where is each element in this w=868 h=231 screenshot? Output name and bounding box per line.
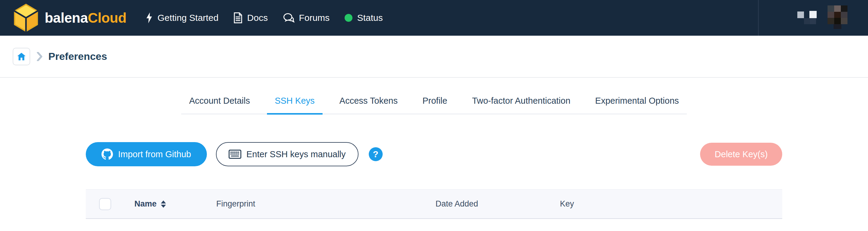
nav-link-label: Forums xyxy=(299,13,330,23)
column-header-name[interactable]: Name xyxy=(134,199,216,209)
nav-link-label: Docs xyxy=(247,13,268,23)
redacted-avatar xyxy=(828,5,847,24)
keyboard-icon xyxy=(229,150,241,159)
select-all-cell xyxy=(86,198,134,210)
tab-account-details[interactable]: Account Details xyxy=(181,96,258,115)
redacted-pixel xyxy=(834,24,841,29)
sort-icon xyxy=(160,200,166,208)
balena-cloud-logo[interactable]: balenaCloud xyxy=(13,4,127,32)
tab-access-tokens[interactable]: Access Tokens xyxy=(332,96,406,115)
import-from-github-button[interactable]: Import from Github xyxy=(86,142,207,166)
home-button[interactable] xyxy=(13,48,30,65)
delete-keys-button[interactable]: Delete Key(s) xyxy=(700,143,782,166)
chevron-right-icon xyxy=(37,52,42,61)
nav-getting-started[interactable]: Getting Started xyxy=(145,12,219,23)
column-header-date-added: Date Added xyxy=(435,199,560,209)
nav-forums[interactable]: Forums xyxy=(283,13,330,23)
brand-primary: balena xyxy=(45,10,88,26)
page-title: Preferences xyxy=(48,51,107,62)
import-from-github-label: Import from Github xyxy=(118,149,191,160)
column-header-fingerprint: Fingerprint xyxy=(216,199,435,209)
column-header-key: Key xyxy=(560,199,782,209)
enter-ssh-keys-button[interactable]: Enter SSH keys manually xyxy=(216,142,359,166)
nav-status[interactable]: Status xyxy=(345,13,383,23)
user-menu-redacted[interactable] xyxy=(758,0,868,36)
brand-name: balenaCloud xyxy=(45,10,127,26)
help-icon[interactable]: ? xyxy=(369,147,383,161)
redacted-pixel xyxy=(797,11,804,18)
tab-experimental-options[interactable]: Experimental Options xyxy=(587,96,687,115)
status-dot-icon xyxy=(345,14,352,22)
tab-two-factor[interactable]: Two-factor Authentication xyxy=(464,96,578,115)
redacted-pixel xyxy=(810,18,816,24)
ssh-keys-table-header: Name Fingerprint Date Added Key xyxy=(86,189,782,219)
docs-icon xyxy=(234,12,243,23)
navbar-links: Getting Started Docs Forums Status xyxy=(145,12,383,23)
lightning-icon xyxy=(145,12,153,23)
column-name-label: Name xyxy=(134,199,157,209)
preferences-content: Account Details SSH Keys Access Tokens P… xyxy=(86,96,782,219)
brand-secondary: Cloud xyxy=(88,10,127,26)
nav-link-label: Getting Started xyxy=(158,13,219,23)
preferences-tabs: Account Details SSH Keys Access Tokens P… xyxy=(181,96,687,114)
tab-ssh-keys[interactable]: SSH Keys xyxy=(267,96,322,115)
github-icon xyxy=(101,148,113,160)
redacted-pixel xyxy=(809,11,817,18)
enter-ssh-keys-label: Enter SSH keys manually xyxy=(246,149,346,160)
breadcrumb: Preferences xyxy=(0,36,868,78)
home-icon xyxy=(17,52,26,61)
top-navbar: balenaCloud Getting Started Docs Forums … xyxy=(0,0,868,36)
balena-cube-icon xyxy=(13,4,39,32)
tab-profile[interactable]: Profile xyxy=(415,96,455,115)
select-all-checkbox[interactable] xyxy=(99,198,111,210)
forums-icon xyxy=(283,13,294,23)
redacted-pixel xyxy=(804,18,810,24)
ssh-keys-toolbar: Import from Github Enter SSH keys manual… xyxy=(86,142,782,166)
nav-docs[interactable]: Docs xyxy=(234,12,268,23)
nav-link-label: Status xyxy=(357,13,383,23)
